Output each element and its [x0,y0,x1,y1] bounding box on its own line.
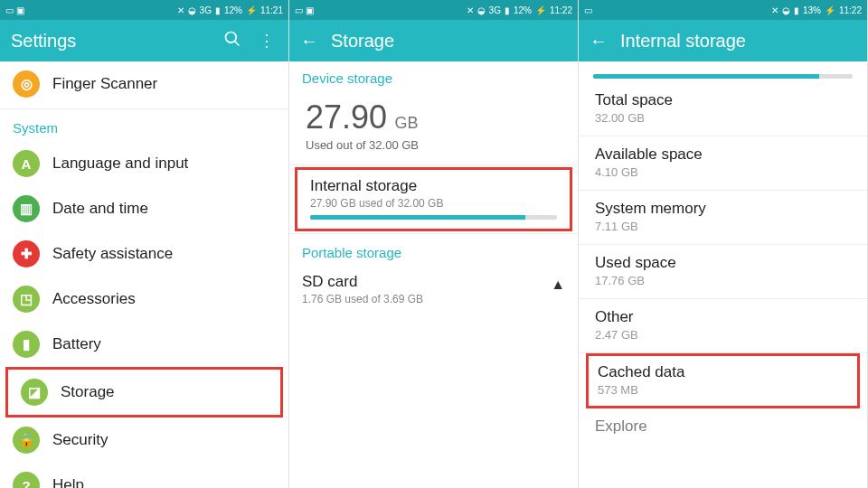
storage-summary: 27.90 GB Used out of 32.00 GB [289,91,578,163]
section-portable-storage: Portable storage [289,236,578,266]
item-label: Finger Scanner [52,75,157,93]
internal-sub: 27.90 GB used of 32.00 GB [310,197,557,210]
row-internal-storage[interactable]: Internal storage 27.90 GB used of 32.00 … [297,170,570,229]
panel-internal-storage: ▭ ✕ ◒ ▮ 13% ⚡ 11:22 ← Internal storage T… [579,0,868,488]
notif-icon-2: ▣ [16,5,24,15]
eject-icon[interactable]: ▲ [551,277,565,293]
help-icon: ? [13,472,40,488]
row-title: System memory [595,200,851,218]
page-title: Internal storage [620,31,856,52]
page-title: Storage [331,31,567,52]
panel-settings: ▭ ▣ ✕ ◒ 3G ▮ 12% ⚡ 11:21 Settings ⋮ ◎ Fi… [0,0,289,488]
row-total-space[interactable]: Total space 32.00 GB [579,82,867,136]
row-value: 17.76 GB [595,274,851,287]
item-label: Safety assistance [52,245,173,263]
calendar-icon: ▥ [13,195,40,222]
row-title: Total space [595,91,851,109]
item-help[interactable]: ? Help [0,463,288,488]
item-label: Help [52,476,84,488]
row-title: Explore [595,418,851,436]
item-safety-assistance[interactable]: ✚ Safety assistance [0,231,288,277]
signal-icon: ▮ [794,5,799,15]
signal-icon: ▮ [215,5,221,15]
row-sd-card[interactable]: ▲ SD card 1.76 GB used of 3.69 GB [289,266,578,314]
battery-label: 12% [514,5,532,15]
storage-content: Device storage 27.90 GB Used out of 32.0… [289,61,578,488]
vibrate-icon: ✕ [467,5,474,15]
item-storage[interactable]: ◪ Storage [8,370,280,415]
item-label: Security [52,431,108,449]
network-label: 3G [489,5,501,15]
used-number: 27.90 [306,99,387,136]
vibrate-icon: ✕ [177,5,184,15]
used-subtitle: Used out of 32.00 GB [306,138,561,152]
internal-title: Internal storage [310,177,557,195]
battery-icon: ⚡ [246,5,257,15]
divider [289,164,578,165]
notif-icon: ▭ [584,5,592,15]
settings-list: ◎ Finger Scanner System A Language and i… [0,61,288,488]
item-label: Storage [61,383,115,401]
clock-label: 11:22 [839,5,862,15]
accessories-icon: ◳ [13,286,40,313]
network-label: 3G [200,5,212,15]
highlight-cached: Cached data 573 MB [586,353,860,408]
item-language-input[interactable]: A Language and input [0,141,288,186]
app-bar: ← Internal storage [579,20,867,61]
item-label: Battery [52,335,101,353]
highlight-internal: Internal storage 27.90 GB used of 32.00 … [295,167,572,231]
sd-sub: 1.76 GB used of 3.69 GB [302,293,565,305]
row-value: 4.10 GB [595,165,851,179]
row-value: 2.47 GB [595,328,851,342]
wifi-icon: ◒ [477,5,486,15]
signal-icon: ▮ [505,5,510,15]
notif-icon-2: ▣ [306,5,314,15]
status-bar: ▭ ▣ ✕ ◒ 3G ▮ 12% ⚡ 11:21 [0,0,288,20]
language-icon: A [13,150,40,177]
back-icon[interactable]: ← [590,31,608,52]
item-date-time[interactable]: ▥ Date and time [0,186,288,231]
back-icon[interactable]: ← [300,31,318,52]
internal-content: Total space 32.00 GB Available space 4.1… [579,61,867,488]
vibrate-icon: ✕ [771,5,778,15]
overall-progress-wrap [579,61,867,82]
row-value: 573 MB [598,383,848,397]
section-device-storage: Device storage [289,61,578,91]
fingerprint-icon: ◎ [13,70,40,98]
item-accessories[interactable]: ◳ Accessories [0,277,288,322]
internal-progress [310,215,557,220]
section-system: System [0,111,288,141]
item-security[interactable]: 🔒 Security [0,418,288,463]
row-value: 7.11 GB [595,220,851,233]
row-title: Other [595,308,851,326]
row-available-space[interactable]: Available space 4.10 GB [579,136,867,191]
highlight-storage: ◪ Storage [5,367,283,418]
wifi-icon: ◒ [782,5,790,15]
wifi-icon: ◒ [188,5,196,15]
item-finger-scanner[interactable]: ◎ Finger Scanner [0,61,288,107]
battery-label: 13% [803,5,821,15]
internal-progress-bar [310,215,525,220]
item-label: Accessories [52,290,136,308]
row-other[interactable]: Other 2.47 GB [579,299,867,353]
row-used-space[interactable]: Used space 17.76 GB [579,245,867,299]
row-title: Used space [595,254,851,272]
clock-label: 11:21 [260,5,283,15]
sd-title: SD card [302,273,565,291]
row-system-memory[interactable]: System memory 7.11 GB [579,191,867,245]
svg-line-1 [235,41,240,45]
notif-icon: ▭ [5,5,14,15]
overflow-menu-icon[interactable]: ⋮ [256,31,278,51]
item-label: Date and time [52,200,148,218]
row-cached-data[interactable]: Cached data 573 MB [589,356,857,406]
search-icon[interactable] [222,30,243,52]
clock-label: 11:22 [550,5,572,15]
battery-icon: ⚡ [825,5,835,15]
item-battery[interactable]: ▮ Battery [0,322,288,367]
page-title: Settings [11,31,209,52]
svg-point-0 [226,32,237,42]
row-explore[interactable]: Explore [579,408,867,436]
lock-icon: 🔒 [13,427,40,454]
battery-label: 12% [224,5,242,15]
row-title: Available space [595,145,851,164]
